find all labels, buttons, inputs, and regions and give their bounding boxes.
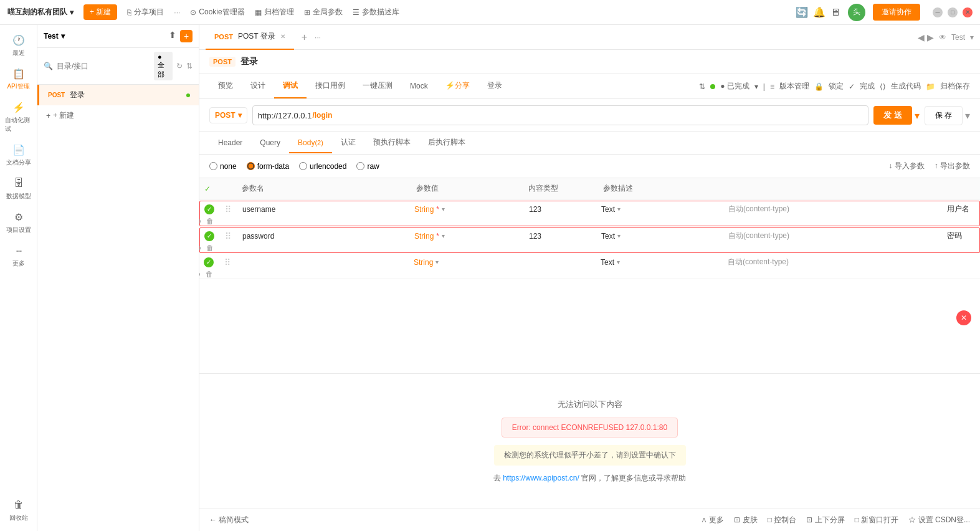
simple-mode-button[interactable]: ← 稿简模式	[209, 515, 249, 525]
monitor-icon[interactable]: 🖥	[830, 7, 840, 18]
content-dropdown[interactable]: ▾	[617, 232, 621, 239]
row3-name[interactable]	[237, 260, 411, 265]
more-options-icon[interactable]: ···	[174, 8, 180, 17]
tab-post-login[interactable]: POST POST 登录 ✕	[206, 25, 294, 50]
export-params-button[interactable]: ↑ 导出参数	[935, 161, 970, 171]
filter-badge[interactable]: ● 全部	[154, 52, 173, 80]
row3-drag[interactable]: ⠿	[218, 257, 237, 267]
skin-button[interactable]: ⊡ 皮肤	[734, 515, 757, 525]
global-params-button[interactable]: ⊞ 全局参数	[304, 7, 343, 17]
new-button[interactable]: + 新建	[83, 4, 117, 20]
upload-icon[interactable]: ⬆	[169, 30, 176, 42]
tab-right-chevron[interactable]: ▾	[970, 33, 974, 42]
close-tab-icon[interactable]: ✕	[280, 33, 285, 40]
version-mgmt-button[interactable]: 版本管理	[779, 81, 809, 92]
sub-tab-design[interactable]: 设计	[242, 74, 274, 98]
row1-desc[interactable]: 用户名	[942, 201, 979, 217]
sort-icon[interactable]: ⇅	[186, 62, 193, 70]
maximize-button[interactable]: □	[948, 7, 958, 17]
sidebar-item-auto[interactable]: ⚡ 自动化测试	[2, 97, 35, 137]
radio-urlencoded[interactable]: urlencoded	[299, 162, 346, 171]
row3-value[interactable]	[523, 260, 598, 265]
content-dropdown[interactable]: ▾	[617, 259, 620, 266]
minimize-button[interactable]: ─	[933, 7, 943, 17]
row2-desc[interactable]: 密码	[942, 228, 979, 244]
split-screen-button[interactable]: ⊡ 上下分屏	[806, 515, 844, 525]
sidebar-item-api[interactable]: 📋 API管理	[2, 64, 35, 95]
float-close-button[interactable]: ✕	[956, 310, 971, 325]
sidebar-item-more[interactable]: ··· 更多	[2, 241, 35, 272]
delete-row1-icon[interactable]: 🗑	[206, 217, 214, 226]
type-dropdown[interactable]: ▾	[442, 206, 445, 213]
body-tab-body[interactable]: Body(2)	[289, 133, 332, 153]
save-dropdown-arrow[interactable]: ▾	[965, 110, 970, 122]
delete-row3-icon[interactable]: 🗑	[206, 270, 213, 279]
type-dropdown[interactable]: ▾	[442, 232, 445, 239]
copy-row2-icon[interactable]: ⊕	[199, 244, 201, 252]
new-api-button[interactable]: + + 新建	[37, 105, 199, 126]
more-tabs-icon[interactable]: ···	[315, 33, 321, 42]
cookie-manager-button[interactable]: ⊙ Cookie管理器	[190, 7, 244, 17]
archive-save-button[interactable]: 归档保存	[940, 81, 970, 92]
row2-drag[interactable]: ⠿	[219, 231, 237, 241]
sub-tab-login[interactable]: 登录	[478, 74, 511, 98]
add-tab-button[interactable]: +	[297, 32, 312, 43]
sub-tab-share[interactable]: ⚡分享	[437, 74, 478, 98]
body-tab-auth[interactable]: 认证	[332, 132, 364, 154]
archive-manager-button[interactable]: ▦ 归档管理	[255, 7, 294, 17]
copy-row3-icon[interactable]: ⊕	[199, 270, 201, 279]
save-button[interactable]: 保 存	[925, 106, 963, 125]
body-tab-query[interactable]: Query	[251, 133, 289, 153]
radio-form-data[interactable]: form-data	[247, 162, 289, 171]
sidebar-item-data[interactable]: 🗄 数据模型	[2, 173, 35, 204]
row3-check[interactable]: ✓	[199, 257, 218, 267]
generate-code-button[interactable]: 生成代码	[891, 81, 921, 92]
official-link[interactable]: https://www.apipost.cn/	[503, 474, 579, 482]
send-button[interactable]: 发 送	[873, 106, 912, 125]
chevron-down-icon[interactable]: ▾	[754, 82, 758, 91]
avatar[interactable]: 头	[848, 4, 865, 21]
row1-check[interactable]: ✓	[200, 204, 219, 214]
row1-value[interactable]: 123	[524, 203, 599, 216]
row3-check-icon[interactable]: ✓	[204, 257, 214, 267]
body-tab-post-script[interactable]: 后执行脚本	[419, 132, 474, 154]
close-button[interactable]: ✕	[963, 7, 973, 17]
refresh-icon[interactable]: ↻	[176, 62, 183, 70]
sidebar-item-recent[interactable]: 🕐 最近	[2, 30, 35, 61]
method-select[interactable]: POST ▾	[209, 107, 247, 123]
param-desc-button[interactable]: ☰ 参数描述库	[353, 7, 399, 17]
row2-name[interactable]: password	[237, 229, 412, 243]
row2-check-icon[interactable]: ✓	[204, 231, 214, 241]
api-list-item-login[interactable]: POST 登录	[37, 85, 199, 105]
copy-row1-icon[interactable]: ⊕	[199, 217, 201, 226]
row1-check-icon[interactable]: ✓	[204, 204, 214, 214]
sub-tab-debug[interactable]: 调试	[274, 74, 307, 98]
radio-none[interactable]: none	[209, 162, 237, 171]
more-bottom-button[interactable]: ∧ 更多	[701, 515, 724, 525]
next-tab-icon[interactable]: ▶	[927, 32, 934, 42]
sub-tab-preview[interactable]: 预览	[209, 74, 242, 98]
row2-check[interactable]: ✓	[200, 231, 219, 241]
sidebar-item-trash[interactable]: 🗑 回收站	[2, 495, 35, 526]
sub-tab-stress[interactable]: 一键压测	[354, 74, 401, 98]
body-tab-pre-script[interactable]: 预执行脚本	[364, 132, 419, 154]
complete-button[interactable]: 完成	[860, 81, 875, 92]
row1-name[interactable]: username	[237, 203, 412, 216]
type-dropdown[interactable]: ▾	[435, 259, 439, 266]
add-icon[interactable]: +	[180, 30, 193, 42]
prev-tab-icon[interactable]: ◀	[918, 32, 925, 42]
sidebar-item-settings[interactable]: ⚙ 项目设置	[2, 207, 35, 238]
share-project-button[interactable]: ⎘ 分享项目	[127, 7, 164, 17]
import-params-button[interactable]: ↓ 导入参数	[888, 161, 924, 171]
content-dropdown[interactable]: ▾	[617, 206, 621, 213]
test-dropdown[interactable]: Test ▾	[44, 32, 65, 41]
row1-drag[interactable]: ⠿	[219, 204, 237, 214]
url-input-area[interactable]: http://127.0.0.1 /login	[252, 105, 868, 125]
console-button[interactable]: □ 控制台	[768, 515, 797, 525]
sync-icon[interactable]: 🔄	[796, 6, 808, 18]
radio-raw[interactable]: raw	[356, 162, 379, 171]
send-dropdown-arrow[interactable]: ▾	[915, 110, 920, 122]
search-input[interactable]	[57, 62, 150, 70]
new-window-button[interactable]: □ 新窗口打开	[855, 515, 899, 525]
sidebar-item-docs[interactable]: 📄 文档分享	[2, 140, 35, 171]
